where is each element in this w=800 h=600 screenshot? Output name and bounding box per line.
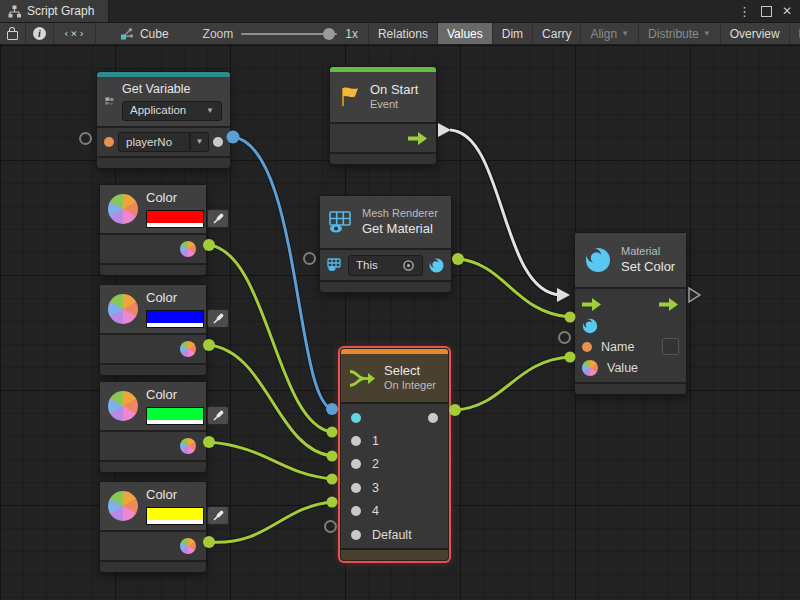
node-ports — [100, 532, 206, 560]
relations-button[interactable]: Relations — [368, 23, 438, 44]
window-controls: ⋮ ✕ — [738, 0, 800, 22]
graph-asset-button[interactable]: Cube — [110, 23, 179, 44]
flow-input-arrow-icon[interactable] — [582, 298, 602, 311]
eyedropper-button[interactable] — [207, 309, 229, 328]
node-get-variable[interactable]: <> Get Variable Application ▼ playerNo ▼ — [97, 72, 230, 168]
unconnected-port-ring[interactable] — [324, 520, 337, 533]
option-input-port[interactable] — [351, 483, 361, 493]
node-footer — [341, 550, 448, 560]
lock-button[interactable] — [0, 23, 26, 44]
chevron-down-icon: ▼ — [190, 132, 209, 152]
flow-row — [575, 292, 686, 316]
selector-input-port[interactable] — [351, 413, 361, 423]
color-output-port[interactable] — [180, 538, 196, 554]
info-icon: i — [33, 27, 46, 40]
eyedropper-button[interactable] — [207, 506, 229, 525]
tab-script-graph[interactable]: Script Graph — [0, 0, 109, 22]
node-color-red[interactable]: Color — [100, 185, 206, 275]
unconnected-port-ring[interactable] — [79, 132, 92, 145]
overview-button[interactable]: Overview — [721, 23, 790, 44]
name-row: Name — [575, 336, 686, 357]
node-title: Select — [384, 363, 436, 379]
selection-output-port[interactable] — [428, 413, 438, 423]
eyedropper-button[interactable] — [207, 209, 229, 228]
option-label: Default — [372, 528, 412, 542]
name-input-port[interactable] — [582, 342, 592, 352]
flow-output-arrow-icon[interactable] — [408, 132, 428, 145]
color-output-port[interactable] — [180, 241, 196, 257]
node-footer — [100, 562, 206, 572]
color-swatch[interactable] — [146, 210, 204, 228]
node-footer — [97, 158, 230, 168]
color-swatch[interactable] — [146, 507, 204, 525]
node-footer — [100, 462, 206, 472]
node-ports — [100, 335, 206, 363]
node-header: Mesh Renderer Get Material — [320, 196, 451, 248]
param-value-label: Value — [607, 361, 638, 375]
value-output-port[interactable] — [213, 137, 223, 147]
material-input-port[interactable] — [582, 318, 598, 334]
node-ports: 1 2 3 4 Default — [341, 404, 448, 548]
chevron-down-icon: ▼ — [206, 106, 214, 116]
node-color-yellow[interactable]: Color — [100, 482, 206, 572]
variable-name-dropdown[interactable]: playerNo ▼ — [118, 132, 209, 152]
eyedropper-button[interactable] — [207, 406, 229, 425]
window-menu-icon[interactable]: ⋮ — [738, 5, 751, 18]
material-output-port[interactable] — [429, 258, 444, 273]
node-header: Color — [100, 482, 206, 530]
values-button[interactable]: Values — [438, 23, 493, 44]
option-input-port[interactable] — [351, 436, 361, 446]
variable-scope-dropdown[interactable]: Application ▼ — [122, 101, 222, 121]
node-header: Select On Integer — [341, 354, 448, 402]
unconnected-port-ring[interactable] — [558, 331, 571, 344]
align-button[interactable]: Align▼ — [581, 23, 639, 44]
distribute-button[interactable]: Distribute▼ — [639, 23, 721, 44]
align-label: Align — [590, 27, 617, 41]
values-label: Values — [447, 27, 483, 41]
option-input-port[interactable] — [351, 530, 361, 540]
value-input-port[interactable] — [582, 360, 598, 376]
node-footer — [100, 265, 206, 275]
window-tab-bar: Script Graph ⋮ ✕ — [0, 0, 800, 23]
carry-label: Carry — [542, 27, 571, 41]
variable-name-input-port[interactable] — [104, 137, 114, 147]
node-subtitle: On Integer — [384, 379, 436, 393]
target-object-field[interactable]: This — [348, 255, 423, 276]
code-icon: ‹×› — [63, 27, 86, 40]
node-title: Set Color — [621, 259, 675, 275]
zoom-slider[interactable] — [241, 33, 337, 35]
node-get-material[interactable]: Mesh Renderer Get Material This — [320, 196, 451, 292]
node-on-start[interactable]: On Start Event — [330, 67, 436, 164]
object-picker-icon[interactable] — [402, 259, 415, 272]
dim-button[interactable]: Dim — [493, 23, 533, 44]
maximize-icon[interactable] — [761, 6, 772, 17]
chevron-down-icon: ▼ — [703, 29, 711, 38]
node-ports — [330, 124, 436, 152]
node-set-color[interactable]: Material Set Color Name — [575, 233, 686, 394]
color-swatch[interactable] — [146, 310, 204, 328]
color-output-port[interactable] — [180, 341, 196, 357]
name-value-field[interactable] — [662, 338, 679, 355]
unconnected-port-ring[interactable] — [303, 252, 316, 265]
node-header: <> Get Variable Application ▼ — [97, 77, 230, 126]
node-footer — [575, 384, 686, 394]
carry-button[interactable]: Carry — [533, 23, 581, 44]
info-button[interactable]: i — [26, 23, 54, 44]
fullscreen-button[interactable]: Full Screen — [790, 23, 800, 44]
relations-label: Relations — [378, 27, 428, 41]
code-view-button[interactable]: ‹×› — [54, 23, 96, 44]
option-input-port[interactable] — [351, 459, 361, 469]
renderer-input-port[interactable] — [327, 258, 342, 272]
node-color-blue[interactable]: Color — [100, 285, 206, 375]
param-name-label: Name — [601, 340, 634, 354]
node-select[interactable]: Select On Integer 1 2 3 4 Default — [341, 349, 448, 560]
zoom-slider-knob[interactable] — [323, 28, 335, 40]
color-output-port[interactable] — [180, 438, 196, 454]
close-icon[interactable]: ✕ — [782, 5, 792, 17]
flow-output-arrow-icon[interactable] — [659, 298, 679, 311]
node-title: Color — [146, 190, 229, 206]
node-color-green[interactable]: Color — [100, 382, 206, 472]
node-footer — [330, 154, 436, 164]
option-input-port[interactable] — [351, 506, 361, 516]
color-swatch[interactable] — [146, 407, 204, 425]
